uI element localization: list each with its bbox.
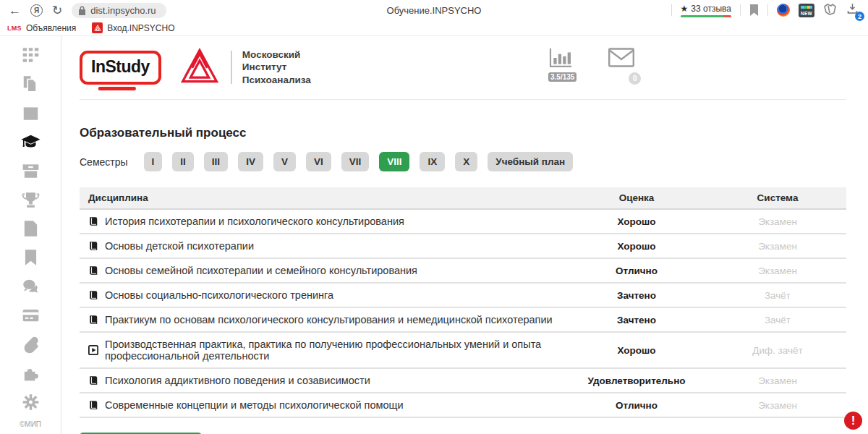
bookmark-flag-icon[interactable] <box>749 4 759 16</box>
semester-tab-ii[interactable]: II <box>172 152 194 171</box>
grade-cell: Отлично <box>564 265 709 276</box>
sidebar-item-documents[interactable] <box>21 75 41 93</box>
sidebar-item-puzzle[interactable] <box>21 364 41 383</box>
browser-toolbar: ← Я ↻ dist.inpsycho.ru Обучение.INPSYCHO… <box>0 0 868 20</box>
book-icon <box>88 241 98 251</box>
sidebar-item-bookmark[interactable] <box>21 248 41 267</box>
sidebar-item-chat[interactable] <box>21 277 41 296</box>
sidebar-item-card[interactable] <box>21 306 41 325</box>
discipline-cell[interactable]: Производственная практика, практика по п… <box>80 333 564 367</box>
sidebar-item-apps-grid[interactable] <box>21 46 41 64</box>
documents-icon <box>21 75 41 93</box>
sidebar-item-video-file[interactable] <box>21 219 41 238</box>
discipline-title: Современные концепции и методы психологи… <box>105 399 404 411</box>
semester-tab-учебный-план[interactable]: Учебный план <box>488 152 573 171</box>
reload-icon[interactable]: ↻ <box>52 4 62 17</box>
new-extension-icon[interactable]: NEW <box>799 4 814 17</box>
sidebar-item-gear[interactable] <box>21 393 41 412</box>
address-bar[interactable]: dist.inpsycho.ru <box>72 3 166 18</box>
grade-cell: Хорошо <box>564 241 709 252</box>
calendar-icon <box>21 103 41 122</box>
sidebar-item-paperclip[interactable] <box>21 335 41 354</box>
table-row[interactable]: Основы семейной психотерапии и семейного… <box>80 259 846 284</box>
trophy-icon <box>21 190 41 209</box>
table-row[interactable]: Основы детской психотерапииХорошоЭкзамен <box>80 234 846 259</box>
bookmark-announcements[interactable]: LMS Объявления <box>7 23 76 33</box>
mail-badge: 0 <box>629 72 641 85</box>
divider <box>767 4 768 16</box>
discipline-title: Основы семейной психотерапии и семейного… <box>105 265 417 276</box>
downloads-button[interactable]: 2 <box>846 2 859 18</box>
grade-cell: Зачтено <box>564 315 709 326</box>
system-cell: Экзамен <box>709 265 846 276</box>
system-cell: Зачёт <box>709 315 846 326</box>
discipline-cell[interactable]: Основы социально-психологического тренин… <box>80 284 564 307</box>
book-icon <box>88 216 98 226</box>
semester-tab-i[interactable]: I <box>144 152 163 171</box>
bookmark-icon <box>21 248 41 267</box>
card-icon <box>21 306 41 325</box>
main-content: InStudy МосковскийИнститутПсихоанализа <box>61 36 868 434</box>
book-icon <box>88 400 98 410</box>
site-header: InStudy МосковскийИнститутПсихоанализа <box>80 36 846 100</box>
table-row[interactable]: Психология аддиктивного поведения и соза… <box>80 369 846 393</box>
bookmark-label: Вход.INPSYCHO <box>107 23 174 33</box>
new-icon-strip <box>801 6 812 9</box>
divider <box>740 4 741 16</box>
semester-tab-vi[interactable]: VI <box>306 152 331 171</box>
performance-stats-button[interactable]: 3.5/135 <box>548 48 576 82</box>
sidebar-item-archive[interactable] <box>21 161 41 180</box>
reviews-widget[interactable]: ★ 33 отзыва <box>681 4 731 17</box>
table-row[interactable]: Практикум по основам психологического ко… <box>80 308 846 333</box>
sidebar-footer: ©МИП <box>20 420 41 428</box>
lock-icon <box>78 6 86 15</box>
discipline-cell[interactable]: Основы детской психотерапии <box>80 234 564 258</box>
sidebar-item-graduation-cap[interactable] <box>21 132 41 151</box>
bookmarks-bar: LMS Объявления Вход.INPSYCHO <box>0 20 868 36</box>
mail-button[interactable]: 0 <box>608 48 634 82</box>
discipline-cell[interactable]: Основы семейной психотерапии и семейного… <box>80 259 564 282</box>
back-icon[interactable]: ← <box>9 4 21 17</box>
semester-tab-ix[interactable]: IX <box>420 152 445 171</box>
semester-tab-vii[interactable]: VII <box>341 152 370 171</box>
sidebar-item-calendar[interactable] <box>21 103 41 122</box>
instudy-logo-text: InStudy <box>91 57 150 76</box>
discipline-title: История психотерапии и психологического … <box>105 216 404 227</box>
grade-cell: Хорошо <box>564 216 709 227</box>
semester-tab-x[interactable]: X <box>455 152 477 171</box>
table-row[interactable]: Основы социально-психологического тренин… <box>80 284 846 308</box>
discipline-cell[interactable]: История психотерапии и психологического … <box>80 210 564 233</box>
bookmark-login[interactable]: Вход.INPSYCHO <box>92 22 174 33</box>
institute-name-line: Московский <box>242 48 311 61</box>
browser-extension-icon[interactable] <box>777 4 790 17</box>
downloads-badge: 2 <box>855 12 864 21</box>
sidebar-item-trophy[interactable] <box>21 190 41 209</box>
discipline-title: Психология аддиктивного поведения и соза… <box>105 375 370 386</box>
discipline-cell[interactable]: Современные концепции и методы психологи… <box>80 393 564 417</box>
instudy-logo[interactable]: InStudy <box>80 51 161 85</box>
bookmark-label: Объявления <box>26 23 76 33</box>
table-row[interactable]: Современные концепции и методы психологи… <box>80 393 846 418</box>
discipline-cell[interactable]: Практикум по основам психологического ко… <box>80 308 564 331</box>
system-cell: Экзамен <box>709 216 846 227</box>
alert-icon[interactable]: ! <box>844 412 862 430</box>
divider <box>231 51 232 84</box>
graduation-cap-icon <box>21 132 41 151</box>
play-icon <box>88 345 98 355</box>
semester-tab-viii[interactable]: VIII <box>379 152 409 171</box>
semester-tab-iv[interactable]: IV <box>238 152 263 171</box>
semester-tab-iii[interactable]: III <box>204 152 228 171</box>
discipline-cell[interactable]: Психология аддиктивного поведения и соза… <box>80 369 564 392</box>
new-icon-label: NEW <box>801 11 812 17</box>
paperclip-icon <box>21 335 41 354</box>
table-row[interactable]: История психотерапии и психологического … <box>80 210 846 234</box>
discipline-title: Производственная практика, практика по п… <box>105 339 556 362</box>
disciplines-table: Дисциплина Оценка Система История психот… <box>80 187 846 418</box>
collections-icon[interactable] <box>823 3 837 18</box>
semester-tab-v[interactable]: V <box>273 152 296 171</box>
book-icon <box>88 290 98 300</box>
yandex-icon[interactable]: Я <box>30 4 43 17</box>
semesters-label: Семестры <box>80 156 128 168</box>
section-heading: Образовательный процесс <box>80 126 846 140</box>
table-row[interactable]: Производственная практика, практика по п… <box>80 333 846 369</box>
